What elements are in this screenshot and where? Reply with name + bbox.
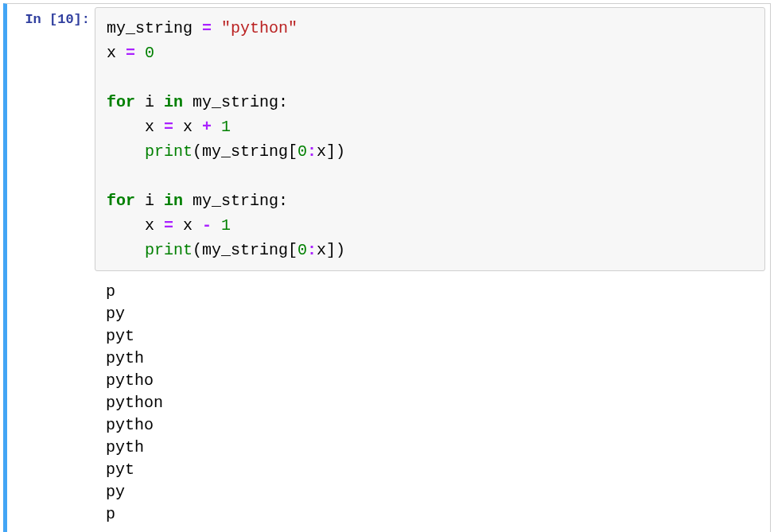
indent	[107, 118, 145, 136]
indent	[107, 142, 145, 161]
input-prompt: In [10]:	[7, 4, 95, 532]
code-token: ])	[326, 241, 345, 259]
code-token	[212, 19, 221, 37]
code-token: (my_string[	[193, 142, 298, 161]
code-token: i	[135, 93, 164, 111]
output-line: p	[106, 282, 115, 301]
indent	[107, 216, 145, 235]
code-output: p py pyt pyth pytho python pytho pyth py…	[95, 278, 765, 529]
cell-body: my_string = "python" x = 0 for i in my_s…	[95, 4, 770, 532]
number-literal: 1	[221, 118, 231, 136]
code-input[interactable]: my_string = "python" x = 0 for i in my_s…	[95, 7, 765, 271]
builtin-print: print	[145, 142, 193, 161]
output-line: py	[106, 305, 125, 323]
code-token: i	[135, 192, 164, 210]
code-token: x	[145, 216, 164, 235]
builtin-print: print	[145, 241, 193, 259]
code-token: (my_string[	[193, 241, 298, 259]
output-line: pyth	[106, 438, 144, 456]
code-token: my_string:	[183, 93, 288, 111]
output-line: pytho	[106, 371, 154, 390]
output-line: pyt	[106, 460, 134, 479]
keyword-in: in	[164, 192, 183, 210]
output-line: python	[106, 394, 163, 412]
output-line: py	[106, 483, 125, 501]
slice-op: :	[307, 142, 317, 161]
code-token: x	[145, 118, 164, 136]
code-token: ])	[326, 142, 345, 161]
assign-op: =	[164, 118, 173, 136]
number-literal: 0	[298, 142, 307, 161]
keyword-in: in	[164, 93, 183, 111]
assign-op: =	[202, 19, 212, 37]
number-literal: 1	[221, 216, 231, 235]
code-token: x	[317, 142, 326, 161]
output-line: pytho	[106, 416, 154, 434]
slice-op: :	[307, 241, 317, 259]
code-token	[212, 216, 221, 235]
output-line: pyt	[106, 327, 134, 345]
code-token: x	[173, 216, 202, 235]
output-line: pyth	[106, 349, 144, 367]
minus-op: -	[202, 216, 212, 235]
prompt-label: In [10]:	[25, 12, 90, 27]
notebook-cell: In [10]: my_string = "python" x = 0 for …	[3, 3, 771, 532]
string-literal: "python"	[221, 19, 298, 37]
code-token: x	[107, 44, 126, 62]
number-literal: 0	[145, 44, 154, 62]
assign-op: =	[126, 44, 135, 62]
code-token	[212, 118, 221, 136]
indent	[107, 241, 145, 259]
code-token: x	[317, 241, 326, 259]
keyword-for: for	[107, 93, 135, 111]
assign-op: =	[164, 216, 173, 235]
number-literal: 0	[298, 241, 307, 259]
keyword-for: for	[107, 192, 135, 210]
code-token: my_string	[107, 19, 202, 37]
output-line: p	[106, 505, 115, 523]
plus-op: +	[202, 118, 212, 136]
code-token: x	[173, 118, 202, 136]
code-token	[135, 44, 145, 62]
code-token: my_string:	[183, 192, 288, 210]
